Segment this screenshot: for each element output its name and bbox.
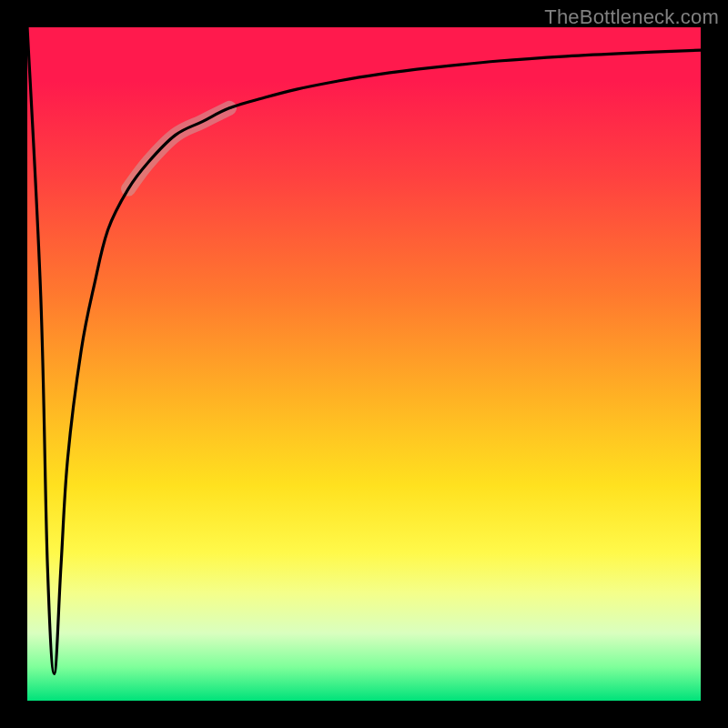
highlight-segment bbox=[128, 108, 229, 189]
curve-svg bbox=[27, 27, 701, 701]
watermark-text: TheBottleneck.com bbox=[544, 5, 719, 29]
plot-area bbox=[27, 27, 701, 701]
bottleneck-curve bbox=[27, 27, 701, 673]
chart-stage: TheBottleneck.com bbox=[0, 0, 728, 728]
